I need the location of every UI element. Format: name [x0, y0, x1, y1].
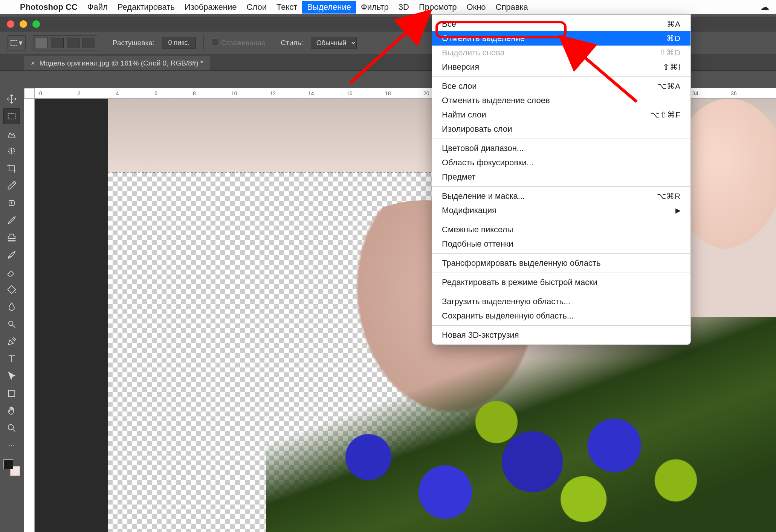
- menu-item[interactable]: Сохранить выделенную область...: [432, 309, 690, 323]
- path-select-tool[interactable]: [3, 368, 20, 384]
- menubar-cloud-icon[interactable]: ☁: [760, 2, 769, 12]
- menu-item-label: Все слои: [442, 81, 477, 91]
- menu-item[interactable]: Все⌘A: [432, 17, 690, 31]
- menu-item[interactable]: Найти слои⌥⇧⌘F: [432, 108, 690, 122]
- menubar-item-filter[interactable]: Фильтр: [356, 1, 394, 14]
- menu-item[interactable]: Изолировать слои: [432, 122, 690, 136]
- menubar-item-image[interactable]: Изображение: [180, 1, 242, 14]
- color-swatches[interactable]: [3, 459, 20, 476]
- heal-tool[interactable]: [3, 195, 20, 211]
- selection-mode-new[interactable]: [35, 38, 48, 48]
- zoom-tool[interactable]: [3, 420, 20, 436]
- menubar-item-3d[interactable]: 3D: [394, 1, 414, 14]
- antialias-checkbox: [211, 38, 218, 45]
- menubar-app-name[interactable]: Photoshop CC: [15, 1, 82, 14]
- clone-stamp-tool[interactable]: [3, 230, 20, 245]
- svg-point-4: [9, 321, 13, 326]
- lasso-tool[interactable]: [3, 126, 20, 142]
- menu-item-label: Все: [442, 19, 456, 29]
- menu-item-shortcut: ⌥⌘R: [657, 192, 681, 201]
- selection-mode-intersect[interactable]: [82, 38, 95, 48]
- tool-preset-picker[interactable]: ▾: [8, 35, 26, 50]
- document-tab[interactable]: × Модель оригинал.jpg @ 161% (Слой 0, RG…: [24, 56, 210, 70]
- selection-mode-group: [33, 35, 97, 50]
- ruler-origin[interactable]: [24, 88, 35, 99]
- window-minimize-button[interactable]: [20, 20, 27, 28]
- menu-item-label: Трансформировать выделенную область: [442, 258, 600, 268]
- menu-item[interactable]: Цветовой диапазон...: [432, 141, 690, 155]
- window-controls: [7, 20, 40, 28]
- menubar-item-text[interactable]: Текст: [272, 1, 302, 14]
- menu-item[interactable]: Предмет: [432, 170, 690, 184]
- menu-item[interactable]: Выделение и маска...⌥⌘R: [432, 189, 690, 203]
- style-label: Стиль:: [281, 39, 303, 47]
- menubar-item-file[interactable]: Файл: [82, 1, 113, 14]
- vertical-ruler[interactable]: [24, 99, 35, 532]
- menu-item[interactable]: Отменить выделение слоев: [432, 93, 690, 108]
- eyedropper-tool[interactable]: [3, 178, 20, 194]
- menu-item-label: Инверсия: [442, 62, 479, 72]
- window-close-button[interactable]: [7, 20, 14, 28]
- marquee-tool[interactable]: [3, 108, 20, 124]
- hand-tool[interactable]: [3, 403, 20, 419]
- menubar-item-view[interactable]: Просмотр: [414, 1, 461, 14]
- feather-input[interactable]: [162, 37, 196, 49]
- menu-item-label: Сохранить выделенную область...: [442, 311, 574, 321]
- foreground-color-swatch[interactable]: [3, 459, 13, 469]
- crop-tool[interactable]: [3, 160, 20, 176]
- quick-select-tool[interactable]: [3, 143, 20, 159]
- history-brush-tool[interactable]: [3, 247, 20, 263]
- menu-item-label: Редактировать в режиме быстрой маски: [442, 277, 597, 287]
- menu-item[interactable]: Область фокусировки...: [432, 155, 690, 170]
- menu-item-shortcut: ⌥⇧⌘F: [651, 110, 681, 119]
- menubar-item-select[interactable]: Выделение: [302, 1, 356, 14]
- menu-item[interactable]: Смежные пикселы: [432, 223, 690, 237]
- selection-mode-add[interactable]: [51, 38, 64, 48]
- menubar-item-help[interactable]: Справка: [491, 1, 533, 14]
- type-tool[interactable]: [3, 351, 20, 367]
- menu-item[interactable]: Отменить выделение⌘D: [432, 31, 690, 46]
- menu-item[interactable]: Загрузить выделенную область...: [432, 294, 690, 309]
- submenu-arrow-icon: ▶: [675, 206, 681, 215]
- move-tool[interactable]: [3, 91, 20, 107]
- blur-tool[interactable]: [3, 299, 20, 315]
- menu-item[interactable]: Все слои⌥⌘A: [432, 79, 690, 93]
- menu-item-label: Загрузить выделенную область...: [442, 297, 570, 306]
- close-icon[interactable]: ×: [31, 59, 35, 67]
- menu-item-label: Подобные оттенки: [442, 239, 513, 249]
- pen-tool[interactable]: [3, 334, 20, 349]
- menu-item-label: Выделение и маска...: [442, 191, 525, 201]
- menu-item[interactable]: Модификация▶: [432, 203, 690, 218]
- svg-rect-5: [9, 390, 15, 396]
- menu-item-label: Новая 3D-экструзия: [442, 330, 519, 340]
- menu-item-label: Смежные пикселы: [442, 225, 513, 235]
- menu-item-label: Отменить выделение слоев: [442, 96, 550, 105]
- menu-item[interactable]: Новая 3D-экструзия: [432, 328, 690, 342]
- svg-point-3: [9, 256, 11, 258]
- selection-mode-subtract[interactable]: [67, 38, 79, 48]
- window-zoom-button[interactable]: [32, 20, 40, 28]
- menu-item-label: Выделить снова: [442, 48, 505, 58]
- dodge-tool[interactable]: [3, 316, 20, 332]
- menu-item[interactable]: Трансформировать выделенную область: [432, 256, 690, 270]
- menu-item[interactable]: Редактировать в режиме быстрой маски: [432, 275, 690, 290]
- selection-menu-dropdown: Все⌘AОтменить выделение⌘DВыделить снова⇧…: [432, 14, 691, 345]
- edit-toolbar-button[interactable]: ⋯: [3, 437, 20, 453]
- menu-item: Выделить снова⇧⌘D: [432, 46, 690, 60]
- menu-item[interactable]: Инверсия⇧⌘I: [432, 60, 690, 74]
- brush-tool[interactable]: [3, 212, 20, 228]
- shape-tool[interactable]: [3, 386, 20, 401]
- paint-bucket-tool[interactable]: [3, 282, 20, 297]
- menubar-item-layers[interactable]: Слои: [241, 1, 272, 14]
- style-select[interactable]: Обычный: [311, 37, 357, 49]
- menu-item-shortcut: ⌘A: [667, 20, 681, 29]
- menu-item-shortcut: ⌘D: [666, 34, 681, 43]
- menu-item-label: Найти слои: [442, 110, 486, 120]
- menubar-item-edit[interactable]: Редактировать: [113, 1, 180, 14]
- menu-item[interactable]: Подобные оттенки: [432, 237, 690, 251]
- menu-item-shortcut: ⇧⌘I: [663, 62, 681, 72]
- menubar-item-window[interactable]: Окно: [461, 1, 490, 14]
- svg-point-6: [8, 425, 14, 430]
- tools-panel: ⋯: [0, 87, 23, 476]
- eraser-tool[interactable]: [3, 264, 20, 280]
